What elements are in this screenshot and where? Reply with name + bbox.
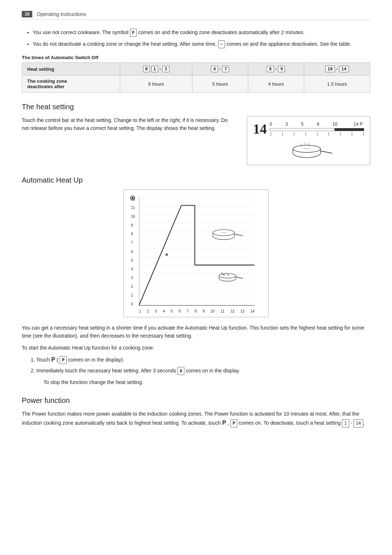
y-6: 6	[131, 250, 139, 254]
x-1: 1	[139, 309, 141, 313]
page-header-title: Operating instructions	[37, 11, 86, 17]
y-1: 1	[131, 293, 139, 297]
x-12: 12	[230, 309, 234, 313]
symbol-minus: -	[218, 40, 225, 48]
range-0-3: 0	[143, 66, 150, 72]
power-text: The Power function makes more power avai…	[22, 410, 370, 428]
svg-line-5	[320, 151, 332, 153]
y-2: 2	[131, 285, 139, 289]
page-header: 10 Operating instructions	[22, 11, 370, 20]
chart-area: 0 1 2 3 4 5 6 7 8 9 10 11 12	[131, 197, 254, 313]
y-9: 9	[131, 223, 139, 227]
a-kbd: A	[177, 367, 184, 375]
page-number: 10	[22, 11, 32, 17]
step-1: Touch P ( P comes on in the display).	[36, 355, 370, 364]
range-14: 14	[339, 66, 348, 72]
y-4: 4	[131, 267, 139, 271]
chart-svg	[139, 197, 254, 306]
svg-point-25	[166, 253, 168, 256]
y-0: 0	[131, 302, 139, 306]
range-7: 7	[222, 66, 229, 72]
cell-4hours: 4 hours	[248, 76, 304, 93]
auto-heat-section: Automatic Heat Up ⊕ 0 1 2 3 4 5 6 7	[22, 176, 370, 386]
list-item: You use not correct cookware. The symbol…	[33, 29, 370, 37]
chart-box: ⊕ 0 1 2 3 4 5 6 7 8 9 10	[123, 189, 269, 317]
power-heading: Power function	[22, 396, 370, 405]
x-14: 14	[250, 309, 254, 313]
scale-tick-labels: ||| ||| |||	[270, 132, 364, 136]
scale-bar	[270, 128, 364, 131]
pan-diagram	[253, 139, 364, 161]
stop-text: To stop the function change the heat set…	[44, 379, 370, 386]
svg-line-21	[139, 205, 181, 306]
x-9: 9	[203, 309, 205, 313]
power-section: Power function The Power function makes …	[22, 396, 370, 428]
col-header-4: 10 - 14	[304, 63, 370, 76]
steps-list: Touch P ( P comes on in the display). Im…	[36, 355, 370, 375]
list-item: You do not deactivate a cooking zone or …	[33, 40, 370, 48]
scale-bar-empty	[270, 128, 335, 131]
x-2: 2	[147, 309, 149, 313]
scale-5: 5	[301, 122, 304, 127]
bullet-list: You use not correct cookware. The symbol…	[29, 29, 370, 48]
table-title: The times of Automatic Switch Off	[22, 55, 370, 60]
cell-6hours: 6 hours	[120, 76, 192, 93]
scale-bar-filled	[335, 128, 364, 131]
range-9: 9	[278, 66, 285, 72]
range-1-3: 1	[151, 66, 158, 72]
auto-heat-text2: To start the Automatic Heat Up function …	[22, 344, 370, 352]
col-header-0: Heat setting	[22, 63, 120, 76]
range-8: 8	[267, 66, 274, 72]
col-header-1: 0 1 - 3	[120, 63, 192, 76]
range-3: 3	[162, 66, 169, 72]
svg-line-37	[236, 277, 243, 278]
symbol-f: F	[130, 29, 137, 37]
y-12: 12	[131, 197, 139, 201]
x-3: 3	[155, 309, 157, 313]
y-axis: 0 1 2 3 4 5 6 7 8 9 10 11 12	[131, 197, 139, 306]
scale-8: 8	[317, 122, 319, 127]
auto-heat-chart-container: ⊕ 0 1 2 3 4 5 6 7 8 9 10	[22, 189, 370, 317]
heat-setting-heading: The heat setting	[22, 103, 370, 111]
x-axis: 1 2 3 4 5 6 7 8 9 10 11 12 13 14	[139, 309, 254, 313]
heat-diagram-row: 14 0 3 5 8 10 14 P	[253, 122, 364, 136]
svg-point-39	[225, 273, 226, 274]
heat-display-num: 14	[253, 122, 267, 136]
x-13: 13	[240, 309, 244, 313]
p-kbd: P	[60, 356, 66, 364]
scale-10: 10	[332, 122, 337, 127]
table-section: The times of Automatic Switch Off Heat s…	[22, 55, 370, 93]
row-label: The cooking zonedeactivates after	[22, 76, 120, 93]
step-2: Immediately touch the necessary heat set…	[36, 367, 370, 375]
switch-table: Heat setting 0 1 - 3 4 - 7 8 -	[22, 62, 370, 93]
range-4: 4	[211, 66, 218, 72]
y-11: 11	[131, 206, 139, 210]
y-10: 10	[131, 215, 139, 219]
range-10: 10	[325, 66, 335, 72]
power-range-1: 1	[342, 419, 349, 428]
x-10: 10	[211, 309, 215, 313]
pan-svg	[279, 139, 338, 161]
col-header-3: 8 - 9	[248, 63, 304, 76]
heat-scale-area: 0 3 5 8 10 14 P |||	[270, 122, 364, 136]
table-data-row: The cooking zonedeactivates after 6 hour…	[22, 76, 370, 93]
x-8: 8	[195, 309, 197, 313]
p-symbol: P	[51, 356, 55, 363]
auto-heat-heading: Automatic Heat Up	[22, 176, 370, 184]
x-6: 6	[179, 309, 181, 313]
cell-5hours: 5 hours	[192, 76, 248, 93]
heat-setting-text: Touch the control bar at the heat settin…	[22, 116, 236, 132]
auto-heat-text1: You can get a necessary heat setting in …	[22, 324, 370, 340]
heat-diagram: 14 0 3 5 8 10 14 P	[247, 116, 370, 165]
cell-15hours: 1.5 hours	[304, 76, 370, 93]
heat-setting-content: Touch the control bar at the heat settin…	[22, 116, 370, 165]
page: 10 Operating instructions You use not co…	[0, 0, 392, 555]
y-8: 8	[131, 232, 139, 236]
y-3: 3	[131, 276, 139, 280]
svg-point-40	[221, 273, 222, 274]
power-p-kbd: P	[230, 419, 237, 428]
heat-setting-section: The heat setting Touch the control bar a…	[22, 103, 370, 165]
table-header-row: Heat setting 0 1 - 3 4 - 7 8 -	[22, 63, 370, 76]
scale-14: 14 P	[354, 122, 363, 127]
x-4: 4	[163, 309, 165, 313]
